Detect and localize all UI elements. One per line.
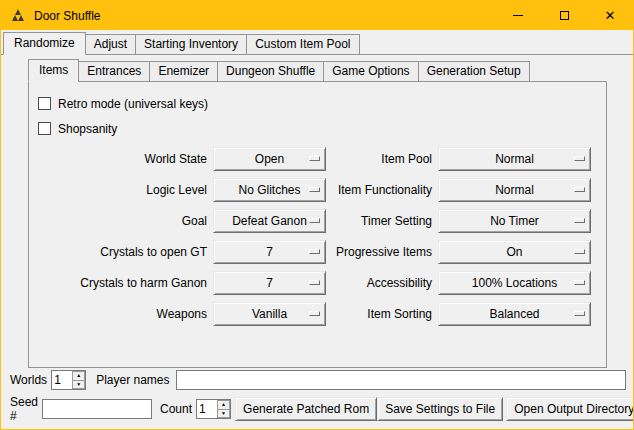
seed-row: Seed # Count ▲ ▼ Generate Patched Rom Sa… (10, 395, 626, 423)
item-sorting-dropdown[interactable]: Balanced (438, 302, 591, 326)
main-tab-bar: Randomize Adjust Starting Inventory Cust… (1, 32, 633, 55)
tab-custom-item-pool[interactable]: Custom Item Pool (246, 34, 359, 54)
count-spinner: ▲ ▼ (196, 399, 231, 419)
dropdown-indicator-icon (309, 187, 320, 192)
tab-game-options[interactable]: Game Options (323, 61, 418, 81)
retro-mode-row: Retro mode (universal keys) (38, 91, 606, 116)
dropdown-indicator-icon (574, 156, 585, 161)
maximize-icon (560, 11, 569, 20)
item-functionality-dropdown[interactable]: Normal (438, 178, 591, 202)
crystals-gt-dropdown[interactable]: 7 (213, 240, 326, 264)
progressive-items-label: Progressive Items (332, 245, 432, 259)
title-bar[interactable]: Door Shuffle ✕ (1, 1, 633, 30)
weapons-label: Weapons (29, 307, 207, 321)
tab-randomize[interactable]: Randomize (3, 32, 86, 55)
crystals-ganon-dropdown[interactable]: 7 (213, 271, 326, 295)
crystals-gt-label: Crystals to open GT (29, 245, 207, 259)
sub-tab-bar: Items Entrances Enemizer Dungeon Shuffle… (28, 60, 607, 82)
tab-items[interactable]: Items (28, 59, 79, 82)
close-button[interactable]: ✕ (587, 1, 633, 30)
crystals-ganon-label: Crystals to harm Ganon (29, 276, 207, 290)
tab-entrances[interactable]: Entrances (78, 61, 150, 81)
dropdown-indicator-icon (309, 311, 320, 316)
tab-dungeon-shuffle[interactable]: Dungeon Shuffle (217, 61, 324, 81)
item-functionality-label: Item Functionality (332, 183, 432, 197)
world-state-dropdown[interactable]: Open (213, 147, 326, 171)
progressive-items-dropdown[interactable]: On (438, 240, 591, 264)
item-pool-label: Item Pool (332, 152, 432, 166)
item-pool-value: Normal (495, 152, 534, 166)
shopsanity-label: Shopsanity (58, 122, 117, 136)
tab-generation-setup[interactable]: Generation Setup (418, 61, 530, 81)
seed-input[interactable] (42, 399, 152, 419)
goal-label: Goal (29, 214, 207, 228)
count-label: Count (160, 402, 192, 416)
retro-mode-checkbox[interactable] (38, 97, 51, 110)
timer-setting-label: Timer Setting (332, 214, 432, 228)
maximize-button[interactable] (541, 1, 587, 30)
close-icon: ✕ (605, 9, 616, 22)
items-pane: Retro mode (universal keys) Shopsanity W… (28, 82, 607, 368)
dropdown-indicator-icon (574, 280, 585, 285)
dropdown-indicator-icon (574, 218, 585, 223)
goal-value: Defeat Ganon (232, 214, 307, 228)
weapons-value: Vanilla (252, 307, 287, 321)
worlds-input[interactable] (52, 371, 72, 389)
shopsanity-checkbox[interactable] (38, 122, 51, 135)
worlds-spinner: ▲ ▼ (51, 370, 86, 390)
player-names-label: Player names (96, 373, 169, 387)
options-grid: World State Open Item Pool Normal Logic … (29, 147, 606, 326)
bottom-controls: Worlds ▲ ▼ Player names Seed # Count ▲ ▼ (1, 370, 633, 429)
accessibility-label: Accessibility (332, 276, 432, 290)
tab-starting-inventory[interactable]: Starting Inventory (135, 34, 247, 54)
generate-patched-rom-button[interactable]: Generate Patched Rom (235, 397, 377, 421)
app-icon (10, 8, 26, 24)
world-state-value: Open (255, 152, 284, 166)
item-functionality-value: Normal (495, 183, 534, 197)
logic-level-label: Logic Level (29, 183, 207, 197)
dropdown-indicator-icon (309, 280, 320, 285)
timer-setting-dropdown[interactable]: No Timer (438, 209, 591, 233)
worlds-spin-down-icon[interactable]: ▼ (72, 381, 85, 390)
door-shuffle-window: Door Shuffle ✕ Randomize Adjust Starting… (0, 0, 634, 430)
timer-setting-value: No Timer (490, 214, 539, 228)
count-input[interactable] (197, 400, 217, 418)
item-sorting-value: Balanced (489, 307, 539, 321)
tab-enemizer[interactable]: Enemizer (149, 61, 218, 81)
minimize-icon (513, 15, 523, 16)
dropdown-indicator-icon (309, 249, 320, 254)
item-sorting-label: Item Sorting (332, 307, 432, 321)
open-output-directory-button[interactable]: Open Output Directory (506, 397, 634, 421)
worlds-label: Worlds (10, 373, 47, 387)
count-spin-down-icon[interactable]: ▼ (217, 410, 230, 419)
minimize-button[interactable] (495, 1, 541, 30)
crystals-gt-value: 7 (266, 245, 273, 259)
randomize-page: Items Entrances Enemizer Dungeon Shuffle… (28, 60, 607, 368)
seed-label: Seed # (10, 395, 38, 423)
progressive-items-value: On (506, 245, 522, 259)
dropdown-indicator-icon (309, 156, 320, 161)
item-pool-dropdown[interactable]: Normal (438, 147, 591, 171)
player-names-input[interactable] (176, 370, 627, 390)
world-state-label: World State (29, 152, 207, 166)
retro-mode-label: Retro mode (universal keys) (58, 97, 208, 111)
dropdown-indicator-icon (574, 311, 585, 316)
count-spin-up-icon[interactable]: ▲ (217, 400, 230, 410)
shopsanity-row: Shopsanity (38, 116, 606, 141)
weapons-dropdown[interactable]: Vanilla (213, 302, 326, 326)
dropdown-indicator-icon (574, 187, 585, 192)
dropdown-indicator-icon (309, 218, 320, 223)
dropdown-indicator-icon (574, 249, 585, 254)
worlds-row: Worlds ▲ ▼ Player names (10, 370, 626, 390)
logic-level-value: No Glitches (238, 183, 300, 197)
accessibility-value: 100% Locations (472, 276, 557, 290)
worlds-spin-up-icon[interactable]: ▲ (72, 371, 85, 381)
window-title: Door Shuffle (34, 9, 101, 23)
accessibility-dropdown[interactable]: 100% Locations (438, 271, 591, 295)
logic-level-dropdown[interactable]: No Glitches (213, 178, 326, 202)
goal-dropdown[interactable]: Defeat Ganon (213, 209, 326, 233)
crystals-ganon-value: 7 (266, 276, 273, 290)
save-settings-button[interactable]: Save Settings to File (377, 397, 503, 421)
tab-adjust[interactable]: Adjust (85, 34, 136, 54)
